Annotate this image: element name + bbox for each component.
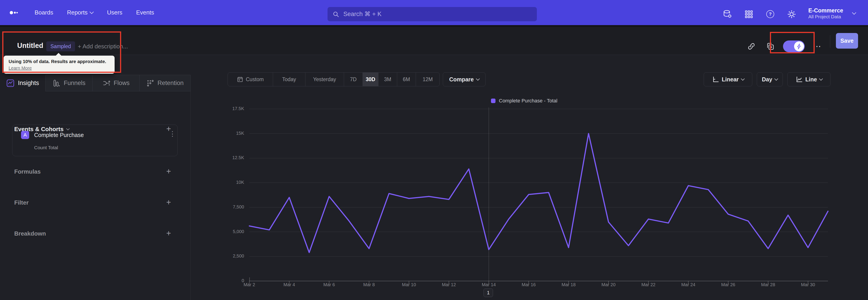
range-30d[interactable]: 30D [363,72,378,86]
add-breakdown-button[interactable]: + [164,229,173,238]
funnels-icon [53,79,60,87]
range-3m[interactable]: 3M [378,72,397,86]
project-switcher[interactable]: E-Commerce All Project Data [808,7,843,20]
event-card[interactable]: A Complete Purchase ⋮ Count Total [12,125,178,156]
apps-grid-icon[interactable] [745,10,753,19]
range-label: 30D [366,77,375,83]
save-button[interactable]: Save [836,33,858,49]
help-icon[interactable]: ? [766,10,774,18]
tab-label: Funnels [64,80,86,87]
nav-item-label: Users [107,9,122,16]
x-axis-label: Mar 6 [313,282,345,287]
line-chart-icon [796,76,803,83]
report-type-tabs: InsightsFunnelsFlowsRetention [0,75,191,91]
x-axis-label: Mar 12 [433,282,465,287]
learn-more-link[interactable]: Learn More [8,65,32,71]
y-axis-label: 2,500 [197,253,244,259]
range-12m[interactable]: 12M [416,72,439,86]
annotation-count-badge[interactable]: 1 [484,289,493,297]
sampled-badge[interactable]: Sampled [46,41,75,51]
nav-item-label: Boards [35,9,53,16]
sampling-toggle[interactable] [783,40,805,52]
chevron-down-icon [819,77,823,81]
add-formulas-button[interactable]: + [164,167,173,176]
nav-menu: BoardsReportsUsersEvents [35,0,154,25]
scale-selector-button[interactable]: Linear [704,72,752,86]
range-6m[interactable]: 6M [397,72,416,86]
chart-type-label: Line [805,76,817,83]
chevron-down-icon [90,10,94,14]
lightning-bolt-icon [794,41,804,51]
calendar-icon [237,76,243,83]
date-range-selector: CustomTodayYesterday7D30D3M6M12M [228,72,440,86]
tab-insights[interactable]: Insights [0,75,46,91]
nav-item-events[interactable]: Events [136,9,154,16]
range-label: 7D [350,77,356,83]
event-metric[interactable]: Count Total [34,145,58,150]
flows-icon [103,79,110,87]
compare-button[interactable]: Compare [443,72,486,86]
interval-label: Day [762,76,772,83]
x-axis-label: Mar 14 [473,282,504,287]
event-series-badge: A [21,131,29,139]
range-yesterday[interactable]: Yesterday [305,72,344,86]
tab-flows[interactable]: Flows [93,75,140,91]
tab-funnels[interactable]: Funnels [46,75,93,91]
line-chart-plot[interactable] [249,103,828,287]
sampling-tooltip: Using 10% of data. Results are approxima… [4,56,115,74]
x-axis-label: Mar 10 [393,282,425,287]
mixpanel-logo-icon[interactable] [9,9,23,17]
range-7d[interactable]: 7D [344,72,363,86]
range-label: 6M [403,77,410,83]
nav-item-label: Reports [67,9,88,16]
tab-label: Insights [18,80,39,87]
compare-label: Compare [449,76,473,83]
settings-gear-icon[interactable] [787,10,796,19]
x-axis-label: Mar 16 [513,282,545,287]
retention-icon [147,79,154,87]
x-axis-label: Mar 4 [274,282,305,287]
chevron-down-icon [774,77,778,81]
tab-label: Retention [158,80,184,87]
data-series-line[interactable] [249,133,828,252]
legend-color-swatch [491,98,495,103]
more-options-button[interactable]: ⋯ [812,41,822,51]
report-header-bar [0,27,868,55]
range-today[interactable]: Today [273,72,305,86]
range-label: 12M [423,77,433,83]
add-filter-button[interactable]: + [164,198,173,207]
report-title[interactable]: Untitled [17,41,43,50]
section-filter: Filter [14,199,29,206]
x-axis-label: Mar 22 [633,282,664,287]
duplicate-icon[interactable] [765,41,775,51]
x-axis-label: Mar 28 [752,282,784,287]
insights-icon [6,79,14,87]
search-bar[interactable] [328,7,537,21]
data-management-icon[interactable] [723,9,733,19]
interval-selector-button[interactable]: Day [757,72,783,86]
y-axis-label: 12.5K [197,155,244,160]
event-menu-icon[interactable]: ⋮ [168,130,177,138]
linear-axis-icon [712,76,719,83]
nav-item-boards[interactable]: Boards [35,9,53,16]
top-navigation-bar: BoardsReportsUsersEvents ? [0,0,868,25]
range-label: Yesterday [313,77,336,83]
range-custom[interactable]: Custom [228,72,273,86]
chart-type-button[interactable]: Line [787,72,831,86]
y-axis-label: 17.5K [197,106,244,111]
nav-item-reports[interactable]: Reports [67,9,93,16]
y-axis-label: 5,000 [197,229,244,234]
event-name[interactable]: Complete Purchase [34,132,84,138]
search-input[interactable] [343,10,532,18]
x-axis-label: Mar 8 [353,282,385,287]
search-icon [333,11,339,18]
query-sidebar: Events & Cohorts + A Complete Purchase ⋮… [0,91,191,300]
tab-retention[interactable]: Retention [140,75,191,91]
range-label: 3M [384,77,391,83]
nav-item-users[interactable]: Users [107,9,122,16]
add-description-button[interactable]: + Add description... [78,43,128,50]
copy-link-icon[interactable] [746,41,756,51]
nav-item-label: Events [136,9,154,16]
scale-label: Linear [722,76,739,83]
x-axis-label: Mar 20 [593,282,624,287]
